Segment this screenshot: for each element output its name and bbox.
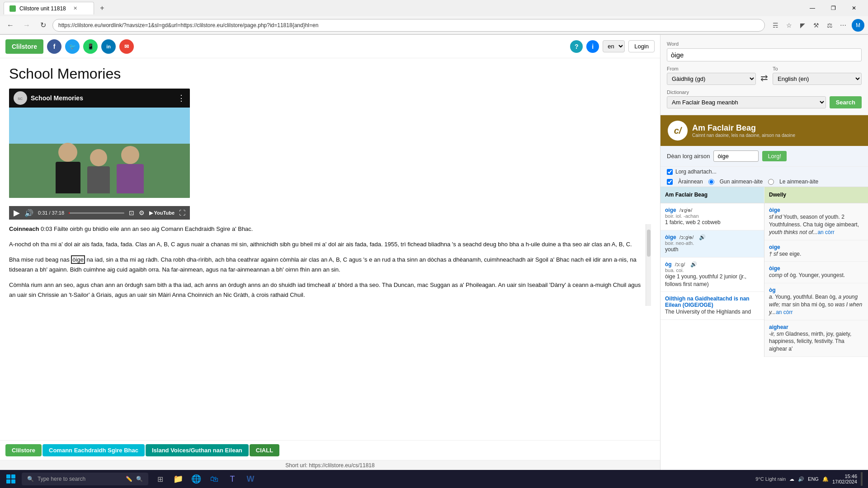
to-group: To English (en): [773, 66, 862, 85]
clock-time: 15:46: [832, 474, 857, 479]
twitter-button[interactable]: 🐦: [65, 39, 80, 54]
store-button[interactable]: 🛍: [206, 471, 222, 487]
content-area: Clilstore f 🐦 📱 in ✉ ? i en gd fr Login …: [0, 35, 660, 470]
collections-icon[interactable]: ⚒: [811, 20, 821, 30]
afb-banner-text: Am Faclair Beag Cainnt nan daoine, leis …: [692, 123, 795, 138]
video-thumbnail[interactable]: [9, 108, 190, 198]
volume-icon[interactable]: 🔊: [798, 476, 804, 482]
nav-ciall-button[interactable]: CIALL: [250, 444, 279, 456]
login-button[interactable]: Login: [628, 40, 655, 52]
advanced-search-checkbox[interactable]: [667, 169, 673, 175]
clilstore-logo-button[interactable]: Clilstore: [5, 39, 43, 54]
left-col-header: Am Faclair Beag: [660, 187, 764, 203]
close-button[interactable]: ✕: [844, 1, 864, 15]
person1: [56, 143, 80, 193]
profile-initial: M: [856, 22, 860, 28]
help-button[interactable]: ?: [570, 40, 583, 53]
right-col-title: Dwelly: [769, 192, 786, 198]
info-button[interactable]: i: [586, 40, 599, 53]
right-crossref-1[interactable]: an còrr: [817, 229, 834, 235]
extensions-icon[interactable]: ⚖: [825, 20, 835, 30]
gun-ainmean-radio[interactable]: [708, 179, 714, 185]
le-ainmean-radio[interactable]: [768, 179, 774, 185]
linkedin-button[interactable]: in: [101, 39, 116, 54]
profile-icon[interactable]: M: [852, 19, 864, 32]
minimize-button[interactable]: —: [802, 1, 823, 15]
address-bar[interactable]: https://clilstore.eu/wordlink/?navsize=1…: [52, 19, 765, 32]
nav-comann-button[interactable]: Comann Eachdraidh Sgìre Bhac: [42, 444, 145, 456]
left-def-4: The University of the Highlands and: [665, 308, 760, 316]
left-phonetic-2: /ɔːgʲə/: [679, 235, 693, 240]
right-link-4[interactable]: òg: [769, 287, 776, 293]
edge-button[interactable]: 🌐: [188, 471, 204, 487]
facebook-button[interactable]: f: [47, 39, 61, 54]
right-def-5: -ir, sm Gladness, mirth, joy, gaiety, ha…: [769, 330, 863, 353]
video-more-icon[interactable]: ⋮: [177, 93, 185, 103]
afb-search-button[interactable]: Lorg!: [762, 151, 787, 161]
read-mode-icon[interactable]: ☴: [770, 20, 780, 30]
left-entry-1: oige /ɤgʲə/ boir. iol. -achan 1 fabric, …: [660, 203, 764, 230]
left-link-2[interactable]: òige: [665, 234, 676, 240]
left-phonetic-1: /ɤgʲə/: [679, 207, 692, 213]
file-explorer-button[interactable]: 📁: [170, 471, 186, 487]
swap-languages-button[interactable]: ⇄: [760, 72, 768, 85]
from-language-selector[interactable]: Gàidhlig (gd): [667, 73, 756, 85]
reload-button[interactable]: ↻: [36, 19, 50, 32]
right-link-5[interactable]: aighear: [769, 324, 788, 330]
speaker-icon-3[interactable]: 🔊: [690, 261, 697, 267]
scroll-track[interactable]: [646, 224, 651, 306]
forward-button[interactable]: →: [20, 19, 33, 32]
show-desktop-button[interactable]: [861, 472, 863, 486]
left-link-4[interactable]: Oilthigh na Gaidhealtachd is nan Eilean …: [665, 296, 750, 308]
word-button[interactable]: W: [242, 471, 259, 487]
left-link-3[interactable]: òg: [665, 261, 672, 267]
right-panel: Word From Gàidhlig (gd) ⇄ To English (en…: [660, 35, 868, 470]
maximize-button[interactable]: ❐: [823, 1, 844, 15]
search-button[interactable]: Search: [830, 96, 862, 108]
email-button[interactable]: ✉: [119, 39, 134, 54]
taskbar-icons: ⊞ 📁 🌐 🛍 T W: [152, 471, 259, 487]
right-entry-4: òg a. Young, youthful. Bean òg, a young …: [764, 283, 868, 320]
split-view-icon[interactable]: ◤: [797, 20, 807, 30]
channel-icon: SC: [14, 91, 27, 105]
left-entry-2: òige /ɔːgʲə/ 🔊 boir. neo-ath. youth: [660, 230, 764, 258]
arainnean-checkbox[interactable]: [667, 179, 673, 185]
text3: Bha mise rud beag nas: [9, 256, 70, 263]
left-link-1[interactable]: oige: [665, 207, 676, 213]
advanced-search-label: Lorg adhartach...: [675, 169, 717, 175]
right-link-2[interactable]: oige: [769, 244, 780, 250]
teams-button[interactable]: T: [224, 471, 241, 487]
taskbar-time-area: 15:46 17/02/2024: [832, 474, 857, 484]
dictionary-selector[interactable]: Am Faclair Beag meanbh: [667, 96, 826, 108]
store-icon: 🛍: [210, 474, 218, 484]
favorites-icon[interactable]: ☆: [784, 20, 794, 30]
notification-bell[interactable]: 🔔: [822, 476, 829, 482]
start-button[interactable]: [0, 470, 22, 488]
back-button[interactable]: ←: [4, 19, 17, 32]
taskbar-search[interactable]: 🔍 Type here to search ✏️ 🔍: [22, 473, 148, 485]
video-player: SC School Memories ⋮: [9, 89, 190, 198]
nav-clilstore-button[interactable]: Clilstore: [5, 444, 42, 456]
scroll-thumb[interactable]: [647, 230, 651, 257]
nav-island-voices-button[interactable]: Island Voices/Guthan nan Eilean: [146, 444, 249, 456]
right-link-3[interactable]: òige: [769, 265, 780, 272]
video-top-bar: SC School Memories ⋮: [9, 89, 190, 108]
from-group: From Gàidhlig (gd): [667, 66, 756, 85]
tab-close-btn[interactable]: ✕: [73, 5, 77, 11]
word-input[interactable]: [667, 48, 862, 61]
short-url: Short url: https://clilstore.eu/cs/11818: [0, 460, 660, 470]
right-def-3: comp of òg. Younger, youngest.: [769, 272, 863, 279]
right-link-1[interactable]: òige: [769, 207, 780, 213]
language-selector[interactable]: en gd fr: [603, 40, 625, 52]
active-tab[interactable]: Clilstore unit 11818 ✕: [4, 2, 94, 14]
right-crossref-4[interactable]: an còrr: [776, 309, 793, 315]
site-toolbar: Clilstore f 🐦 📱 in ✉ ? i en gd fr Login: [0, 35, 660, 58]
more-menu-icon[interactable]: ⋯: [838, 20, 848, 30]
task-view-button[interactable]: ⊞: [152, 471, 168, 487]
new-tab-button[interactable]: +: [96, 2, 108, 14]
to-language-selector[interactable]: English (en): [773, 73, 862, 85]
whatsapp-button[interactable]: 📱: [83, 39, 98, 54]
afb-search-input[interactable]: [713, 150, 759, 162]
speaker-icon-2[interactable]: 🔊: [699, 234, 706, 240]
clock-date: 17/02/2024: [832, 479, 857, 484]
